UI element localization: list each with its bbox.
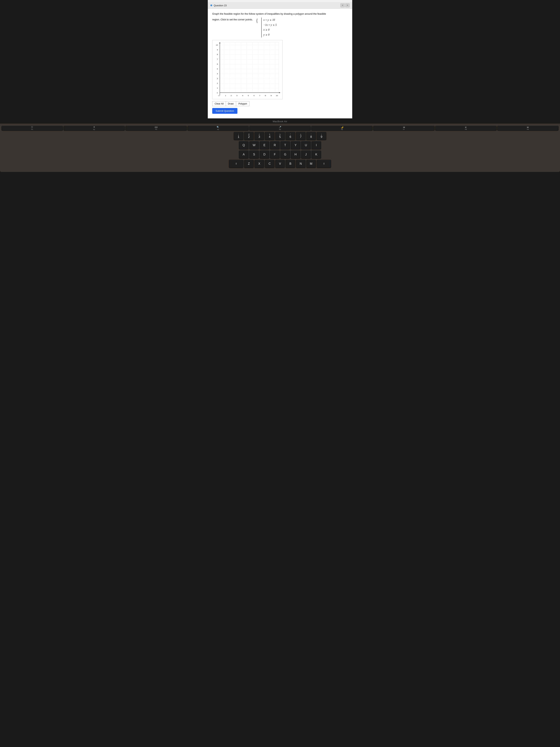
key-shift-right[interactable]: ⇧: [317, 160, 331, 168]
key-7[interactable]: & 7: [296, 132, 305, 140]
key-9[interactable]: ( 9: [317, 132, 326, 140]
keyboard: 🌣 F1 ☀ F2 ⊟⊟ F3 🔍 F4 🎤 F5 🌙 F6 ⏮ F7 ⏯: [0, 124, 560, 172]
ineq-rhs-2: 5: [275, 23, 277, 28]
key-f8[interactable]: ⏯ F8: [435, 126, 497, 131]
key-t[interactable]: T: [281, 141, 290, 149]
key-a[interactable]: A: [239, 150, 248, 159]
key-h[interactable]: H: [291, 150, 300, 159]
key-f7-icon: ⏮: [403, 126, 405, 128]
key-1[interactable]: ! 1: [234, 132, 243, 140]
ineq-row-3: x ≥ 0: [264, 27, 277, 32]
number-key-row: ! 1 @ 2 # 3 $ 4 % 5 ^ 6 & 7 * 8: [1, 132, 559, 140]
key-x[interactable]: X: [255, 160, 264, 168]
svg-text:1: 1: [217, 87, 218, 89]
graph-controls: Clear All Draw: Polygon: [212, 101, 348, 106]
key-u[interactable]: U: [301, 141, 311, 149]
key-f9[interactable]: ⏭ F9: [497, 126, 559, 131]
key-f6[interactable]: 🌙 F6: [311, 126, 373, 131]
svg-text:10: 10: [216, 44, 218, 46]
svg-text:2: 2: [217, 82, 218, 84]
clear-all-button[interactable]: Clear All: [212, 101, 226, 106]
graph-svg[interactable]: -1 1 2 3 4 5 6 7 8 9 10 -1 1 2 3 4 5 6 7: [212, 40, 283, 99]
svg-text:8: 8: [217, 53, 218, 55]
key-b[interactable]: B: [286, 160, 295, 168]
key-f1-icon: 🌣: [31, 126, 33, 128]
ineq-lhs-3: x: [264, 27, 265, 32]
key-c[interactable]: C: [265, 160, 274, 168]
q-key-row: Q W E R T Y U I: [1, 141, 559, 149]
key-w[interactable]: W: [249, 141, 259, 149]
ineq-rhs-3: 0: [268, 27, 269, 32]
key-5[interactable]: % 5: [275, 132, 285, 140]
key-k[interactable]: K: [312, 150, 321, 159]
key-8[interactable]: * 8: [306, 132, 316, 140]
svg-text:9: 9: [271, 95, 272, 97]
svg-text:6: 6: [254, 95, 255, 97]
key-3[interactable]: # 3: [255, 132, 264, 140]
key-6[interactable]: ^ 6: [286, 132, 295, 140]
key-m[interactable]: M: [306, 160, 316, 168]
key-j[interactable]: J: [301, 150, 311, 159]
svg-text:5: 5: [248, 95, 249, 97]
z-key-row: ⇧ Z X C V B N M ⇧: [1, 160, 559, 168]
svg-text:10: 10: [276, 95, 278, 97]
ineq-rhs-4: 0: [268, 32, 269, 37]
problem-layout: region. Click to set the corner points. …: [212, 18, 348, 37]
ineq-row-2: −1x + y ≤ 5: [264, 23, 277, 28]
svg-text:-1: -1: [216, 92, 218, 94]
key-f2[interactable]: ☀ F2: [63, 126, 125, 131]
ineq-rel-1: ≤: [270, 18, 271, 22]
key-f[interactable]: F: [270, 150, 279, 159]
key-2[interactable]: @ 2: [244, 132, 254, 140]
key-z[interactable]: Z: [244, 160, 254, 168]
polygon-button[interactable]: Polygon: [236, 101, 249, 106]
ineq-row-1: x + y ≤ 10: [264, 18, 277, 23]
submit-button[interactable]: Submit Question: [212, 108, 237, 114]
nav-back-button[interactable]: <: [340, 3, 345, 7]
key-shift-left[interactable]: ⇧: [229, 160, 243, 168]
tab-indicator: [210, 4, 212, 6]
key-f6-icon: 🌙: [341, 126, 343, 128]
svg-text:7: 7: [217, 58, 218, 60]
svg-marker-25: [279, 92, 280, 93]
key-g[interactable]: G: [281, 150, 290, 159]
key-f2-icon: ☀: [93, 126, 95, 128]
key-i[interactable]: I: [312, 141, 321, 149]
svg-text:9: 9: [217, 49, 218, 51]
inequalities-block: x + y ≤ 10 −1x + y ≤ 5 x ≥ 0 y ≥ 0: [261, 18, 277, 37]
key-f7[interactable]: ⏮ F7: [373, 126, 435, 131]
ineq-rel-4: ≥: [266, 33, 267, 37]
fn-key-row: 🌣 F1 ☀ F2 ⊟⊟ F3 🔍 F4 🎤 F5 🌙 F6 ⏮ F7 ⏯: [1, 126, 559, 131]
key-e[interactable]: E: [260, 141, 269, 149]
svg-text:3: 3: [217, 77, 218, 79]
key-r[interactable]: R: [270, 141, 279, 149]
svg-text:2: 2: [231, 95, 232, 97]
key-d[interactable]: D: [260, 150, 269, 159]
key-y[interactable]: Y: [291, 141, 300, 149]
key-f3[interactable]: ⊟⊟ F3: [125, 126, 187, 131]
ineq-rel-3: ≥: [266, 28, 267, 32]
ineq-rel-2: ≤: [273, 23, 274, 27]
nav-forward-button[interactable]: >: [345, 3, 350, 7]
key-v[interactable]: V: [275, 160, 285, 168]
svg-text:6: 6: [217, 63, 218, 65]
key-s[interactable]: S: [249, 150, 259, 159]
ineq-lhs-1: x + y: [264, 18, 269, 23]
tab-label: Question 23: [214, 4, 339, 7]
key-f1[interactable]: 🌣 F1: [1, 126, 63, 131]
key-f5-icon: 🎤: [279, 126, 281, 128]
graph-container[interactable]: -1 1 2 3 4 5 6 7 8 9 10 -1 1 2 3 4 5 6 7: [212, 40, 348, 99]
key-4[interactable]: $ 4: [265, 132, 274, 140]
ineq-lhs-2: −1x + y: [264, 23, 272, 28]
svg-text:4: 4: [242, 95, 243, 97]
key-f5[interactable]: 🎤 F5: [249, 126, 311, 131]
key-f4-icon: 🔍: [217, 126, 219, 128]
key-f4[interactable]: 🔍 F4: [187, 126, 249, 131]
a-key-row: A S D F G H J K: [1, 150, 559, 159]
key-q[interactable]: Q: [239, 141, 248, 149]
svg-text:7: 7: [259, 95, 260, 97]
ineq-rhs-1: 10: [272, 18, 275, 23]
key-n[interactable]: N: [296, 160, 305, 168]
key-f8-icon: ⏯: [465, 126, 467, 128]
svg-text:-1: -1: [218, 95, 220, 97]
